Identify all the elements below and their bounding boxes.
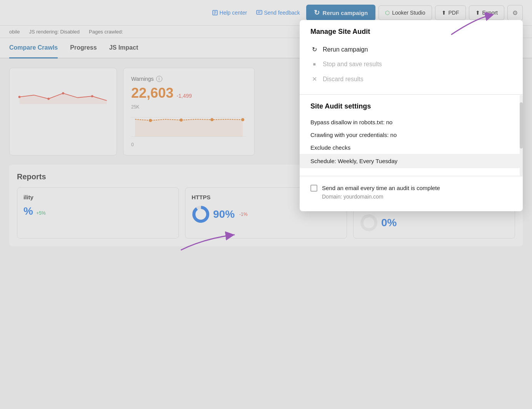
email-row: Send an email every time an audit is com… — [310, 184, 512, 200]
settings-row-exclude[interactable]: Exclude checks — [310, 141, 512, 154]
annotation-arrow-bottom — [173, 223, 250, 255]
menu-item-discard: ✕ Discard results — [310, 72, 512, 87]
stop-icon: ■ — [310, 62, 318, 67]
domain-text: Domain: yourdomain.com — [322, 194, 440, 200]
settings-row-schedule[interactable]: Schedule: Weekly, Every Tuesday — [300, 154, 523, 168]
settings-heading: Site Audit settings — [310, 102, 512, 110]
scrollbar-track — [520, 95, 523, 176]
email-label: Send an email every time an audit is com… — [322, 184, 440, 192]
email-section: Send an email every time an audit is com… — [300, 176, 523, 211]
email-checkbox[interactable] — [310, 185, 317, 192]
annotation-arrow-top — [447, 12, 494, 40]
scrollbar-thumb[interactable] — [520, 102, 523, 149]
manage-site-audit-dropdown: Manage Site Audit ↻ Rerun campaign ■ Sto… — [300, 20, 523, 211]
settings-row-crawling[interactable]: Crawling with your credentials: no — [310, 129, 512, 141]
settings-row-bypass[interactable]: Bypass disallow in robots.txt: no — [310, 116, 512, 129]
menu-item-stop: ■ Stop and save results — [310, 57, 512, 72]
discard-icon: ✕ — [310, 75, 318, 83]
rerun-menu-icon: ↻ — [310, 46, 318, 53]
settings-section: Site Audit settings Bypass disallow in r… — [300, 94, 523, 176]
menu-item-rerun[interactable]: ↻ Rerun campaign — [310, 42, 512, 57]
